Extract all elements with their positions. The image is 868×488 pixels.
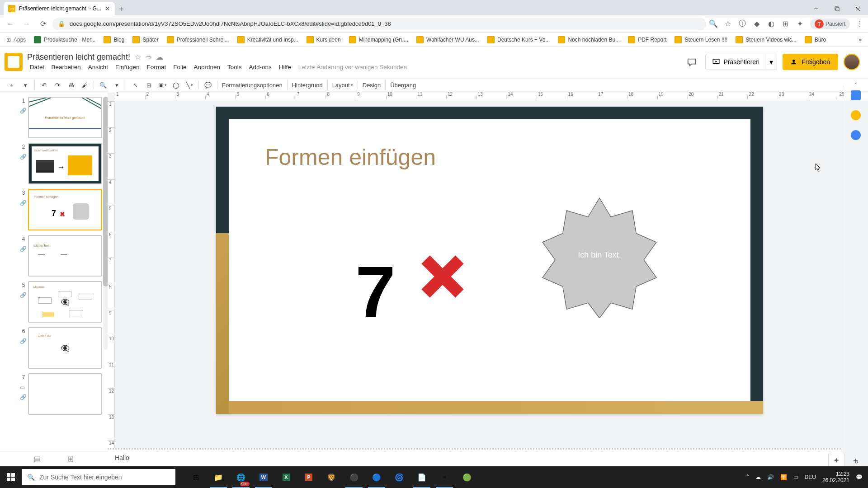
bookmark-item[interactable]: Kreativität und Insp...: [235, 34, 301, 45]
translate-icon[interactable]: ⓘ: [738, 19, 747, 28]
design-button[interactable]: Design: [361, 79, 382, 91]
slide-thumbnail-3[interactable]: Formen einfügen 7 ✖: [28, 189, 102, 230]
tray-notifications-icon[interactable]: 💬: [856, 474, 863, 480]
menu-addons[interactable]: Add-ons: [246, 63, 274, 71]
filmstrip-view-icon[interactable]: ▤: [34, 455, 41, 463]
background-button[interactable]: Hintergrund: [290, 79, 325, 91]
tray-volume-icon[interactable]: 🔊: [767, 474, 774, 480]
menu-edit[interactable]: Bearbeiten: [49, 63, 84, 71]
tray-network-icon[interactable]: 🛜: [780, 474, 787, 480]
tray-battery-icon[interactable]: ▭: [793, 474, 798, 480]
task-view-button[interactable]: ⊞: [184, 466, 207, 488]
red-cross-shape[interactable]: [419, 255, 464, 300]
close-window-button[interactable]: [847, 2, 868, 15]
comments-button[interactable]: [684, 54, 700, 70]
transition-button[interactable]: Übergang: [388, 79, 418, 91]
present-button[interactable]: Präsentieren: [705, 54, 766, 70]
print-button[interactable]: 🖶: [65, 79, 77, 91]
slide-thumbnail-7[interactable]: [28, 373, 102, 415]
tray-chevron-icon[interactable]: ˄: [746, 474, 749, 480]
menu-format[interactable]: Format: [144, 63, 169, 71]
bookmark-item[interactable]: Kursideen: [304, 34, 344, 45]
apps-button[interactable]: ⊞Apps: [4, 35, 28, 45]
line-tool[interactable]: ╲: [183, 79, 196, 91]
tasks-icon[interactable]: [851, 130, 861, 140]
bookmark-item[interactable]: Produktsuche - Mer...: [31, 34, 98, 45]
brave-icon[interactable]: 🦁: [320, 466, 343, 488]
start-button[interactable]: [0, 466, 22, 488]
extension-icon[interactable]: ◆: [752, 19, 761, 28]
bookmark-item[interactable]: Mindmapping (Gru...: [346, 34, 411, 45]
select-tool[interactable]: ↖: [129, 79, 142, 91]
zoom-button[interactable]: 🔍: [97, 79, 109, 91]
new-slide-button[interactable]: +: [5, 79, 18, 91]
menu-tools[interactable]: Tools: [225, 63, 245, 71]
slide-thumbnail-5[interactable]: 👁‍🗨 Mindmap: [28, 281, 102, 323]
edge-icon[interactable]: 🌐99+: [230, 466, 252, 488]
menu-file[interactable]: Datei: [27, 63, 47, 71]
menu-arrange[interactable]: Anordnen: [191, 63, 223, 71]
bookmark-item[interactable]: Büro: [802, 34, 829, 45]
slide-title-text[interactable]: Formen einfügen: [265, 144, 436, 170]
bookmark-item[interactable]: PDF Report: [625, 34, 669, 45]
slide-canvas[interactable]: Formen einfügen 7 Ich bin Text.: [216, 107, 763, 414]
add-panel-button[interactable]: +: [853, 456, 859, 466]
bookmark-item[interactable]: Noch hochladen Bu...: [555, 34, 623, 45]
chrome-icon[interactable]: 🔵: [365, 466, 388, 488]
keep-icon[interactable]: [851, 110, 861, 120]
powerpoint-icon[interactable]: P: [297, 466, 320, 488]
slide-thumbnail-6[interactable]: 👁‍🗨 Erste Folie: [28, 327, 102, 369]
present-dropdown[interactable]: ▾: [766, 54, 777, 70]
slide-thumbnail-2[interactable]: Bilder und Grafiken →: [28, 143, 102, 184]
comment-tool[interactable]: 💬: [202, 79, 214, 91]
seven-text[interactable]: 7: [355, 250, 396, 333]
menu-icon[interactable]: ⋮: [855, 19, 864, 28]
bookmark-overflow[interactable]: »: [856, 35, 864, 45]
bookmark-item[interactable]: Blog: [101, 34, 127, 45]
minimize-button[interactable]: [806, 2, 826, 15]
document-title[interactable]: Präsentieren leicht gemacht!: [27, 52, 130, 62]
notepad-icon[interactable]: 📄: [410, 466, 433, 488]
puzzle-icon[interactable]: ✦: [796, 19, 805, 28]
account-avatar[interactable]: [844, 54, 860, 70]
notes-text[interactable]: Hallo: [115, 454, 129, 461]
close-tab-icon[interactable]: ✕: [105, 5, 110, 12]
grid-icon[interactable]: ⊞: [781, 19, 790, 28]
browser-tab[interactable]: ▭ Präsentieren leicht gemacht! - G... ✕: [4, 2, 115, 15]
back-button[interactable]: ←: [4, 17, 17, 31]
textbox-tool[interactable]: ⊞: [142, 79, 155, 91]
redo-button[interactable]: ↷: [51, 79, 64, 91]
explorer-icon[interactable]: 📁: [207, 466, 230, 488]
menu-slide[interactable]: Folie: [170, 63, 189, 71]
star-inner-text[interactable]: Ich bin Text.: [536, 192, 663, 318]
edge-icon-2[interactable]: 🌀: [388, 466, 410, 488]
incognito-icon[interactable]: ◐: [767, 19, 776, 28]
star-icon[interactable]: ☆: [723, 19, 732, 28]
last-edit-text[interactable]: Letzte Änderung vor wenigen Sekunden: [296, 63, 410, 71]
menu-view[interactable]: Ansicht: [85, 63, 111, 71]
zoom-dropdown[interactable]: ▾: [110, 79, 123, 91]
reload-button[interactable]: ⟳: [36, 17, 50, 31]
star-document-icon[interactable]: ☆: [135, 53, 141, 61]
paint-format-button[interactable]: 🖌: [78, 79, 91, 91]
menu-insert[interactable]: Einfügen: [113, 63, 142, 71]
slide-thumbnail-4[interactable]: Ich bin Text.: [28, 235, 102, 277]
star-shape[interactable]: Ich bin Text.: [536, 192, 663, 318]
undo-button[interactable]: ↶: [38, 79, 50, 91]
image-tool[interactable]: ▣: [156, 79, 169, 91]
bookmark-item[interactable]: Professionell Schrei...: [164, 34, 232, 45]
tray-language[interactable]: DEU: [805, 474, 816, 480]
word-icon[interactable]: W: [252, 466, 275, 488]
taskbar-search[interactable]: 🔍 Zur Suche Text hier eingeben: [22, 469, 175, 485]
bookmark-item[interactable]: Steuern Videos wic...: [733, 34, 799, 45]
spotify-icon[interactable]: 🟢: [456, 466, 478, 488]
profile-chip[interactable]: T Pausiert: [810, 19, 850, 29]
obs-icon[interactable]: ⚫: [343, 466, 365, 488]
app-icon[interactable]: ▫: [433, 466, 456, 488]
shape-tool[interactable]: ◯: [170, 79, 182, 91]
slides-logo-icon[interactable]: [5, 53, 23, 71]
slide-content[interactable]: Formen einfügen 7 Ich bin Text.: [229, 119, 750, 401]
maximize-button[interactable]: [826, 2, 847, 15]
bookmark-item[interactable]: Deutsche Kurs + Vo...: [485, 34, 552, 45]
tray-clock[interactable]: 12:23 26.02.2021: [822, 471, 849, 484]
